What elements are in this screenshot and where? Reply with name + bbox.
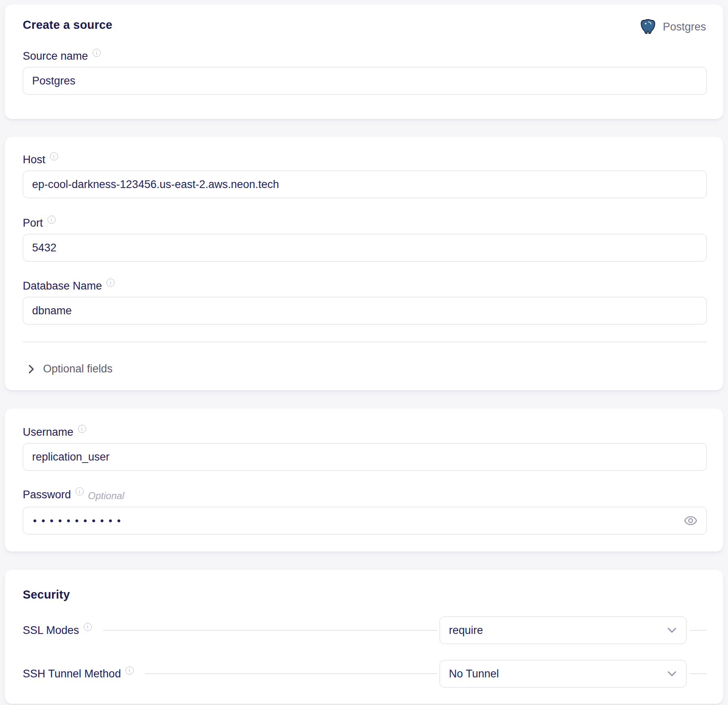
source-name-label-row: Source name i [23, 51, 707, 62]
credentials-card: Username i Password i Optional [5, 409, 723, 551]
create-source-card: Create a source Postgres Source name i [5, 4, 723, 119]
optional-fields-label: Optional fields [43, 363, 113, 375]
info-icon[interactable]: i [106, 279, 115, 287]
source-name-input[interactable] [23, 67, 707, 95]
ssl-modes-row: SSL Modes i require [23, 616, 707, 644]
source-name-field: Source name i [23, 51, 707, 95]
database-name-label-row: Database Name i [23, 281, 707, 292]
chevron-down-icon [667, 671, 676, 677]
password-optional-tag: Optional [88, 490, 124, 502]
chevron-right-icon [28, 365, 34, 374]
password-label: Password [23, 489, 71, 500]
ssh-tunnel-row: SSH Tunnel Method i No Tunnel [23, 660, 707, 688]
create-source-page: Create a source Postgres Source name i H… [0, 0, 728, 705]
username-input[interactable] [23, 443, 707, 471]
section-divider [23, 342, 707, 342]
label-connector-line-tail [690, 673, 707, 674]
ssl-modes-label-row: SSL Modes i [23, 625, 92, 636]
password-field: Password i Optional [23, 489, 707, 534]
ssl-modes-dropdown[interactable]: require [440, 616, 687, 644]
username-label-row: Username i [23, 427, 707, 438]
password-input[interactable] [32, 517, 684, 525]
host-label-row: Host i [23, 154, 707, 165]
ssh-tunnel-label: SSH Tunnel Method [23, 668, 121, 679]
connection-card: Host i Port i Database Name i Option [5, 137, 723, 390]
info-icon[interactable]: i [84, 623, 92, 631]
label-connector-line [103, 630, 437, 631]
ssh-tunnel-dropdown[interactable]: No Tunnel [440, 660, 687, 688]
password-label-row: Password i Optional [23, 489, 707, 502]
source-name-label: Source name [23, 51, 88, 62]
eye-icon [684, 514, 698, 528]
database-name-field: Database Name i [23, 281, 707, 324]
chevron-down-icon [667, 627, 676, 633]
ssh-tunnel-label-row: SSH Tunnel Method i [23, 668, 134, 679]
info-icon[interactable]: i [76, 487, 84, 495]
info-icon[interactable]: i [50, 152, 58, 160]
page-title: Create a source [23, 18, 113, 31]
port-label: Port [23, 218, 43, 229]
info-icon[interactable]: i [78, 425, 86, 433]
database-name-input[interactable] [23, 297, 707, 324]
connector-name: Postgres [663, 21, 706, 33]
optional-fields-toggle[interactable]: Optional fields [23, 363, 113, 375]
database-name-label: Database Name [23, 281, 102, 292]
username-field: Username i [23, 427, 707, 471]
label-connector-line-tail [690, 630, 707, 631]
host-field: Host i [23, 154, 707, 198]
ssl-modes-value: require [449, 624, 483, 637]
ssl-modes-label: SSL Modes [23, 625, 79, 636]
port-label-row: Port i [23, 218, 707, 229]
info-icon[interactable]: i [48, 216, 56, 224]
card-header: Create a source Postgres [23, 18, 707, 35]
port-field: Port i [23, 218, 707, 262]
username-label: Username [23, 427, 74, 438]
label-connector-line [145, 673, 437, 674]
connector-badge: Postgres [639, 18, 706, 35]
info-icon[interactable]: i [93, 49, 101, 57]
security-card: Security SSL Modes i require SSH Tunnel … [5, 570, 723, 704]
port-input[interactable] [23, 234, 707, 262]
host-label: Host [23, 154, 46, 165]
info-icon[interactable]: i [126, 666, 134, 675]
toggle-password-visibility-button[interactable] [684, 514, 698, 528]
host-input[interactable] [23, 171, 707, 198]
password-input-shell [23, 507, 707, 534]
postgres-logo-icon [639, 18, 656, 35]
ssh-tunnel-value: No Tunnel [449, 668, 499, 680]
security-title: Security [23, 588, 707, 601]
